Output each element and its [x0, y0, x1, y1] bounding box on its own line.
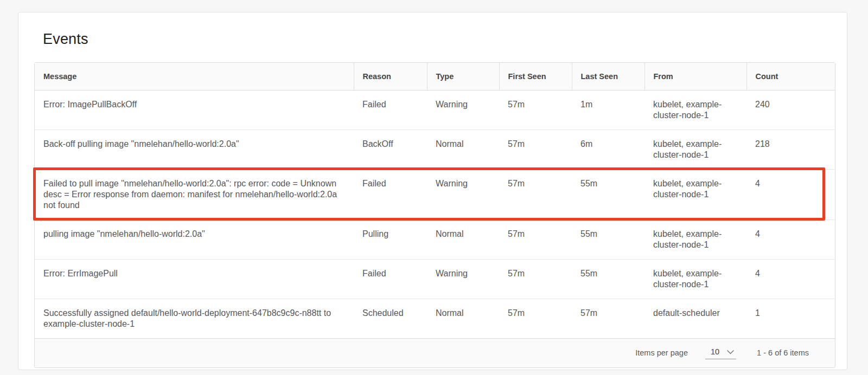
- cell-reason: Failed: [354, 90, 427, 130]
- chevron-down-icon: [727, 350, 734, 354]
- cell-first-seen: 57m: [499, 259, 572, 299]
- cell-reason: BackOff: [354, 130, 427, 169]
- cell-last-seen: 55m: [572, 259, 644, 299]
- cell-message: Error: ErrImagePull: [35, 259, 354, 299]
- column-header-message: Message: [35, 63, 354, 90]
- events-card: Events Message Reason Type First Seen La…: [18, 12, 847, 370]
- cell-last-seen: 6m: [572, 130, 644, 169]
- cell-type: Normal: [427, 219, 499, 259]
- table-header: Message Reason Type First Seen Last Seen…: [35, 63, 835, 90]
- cell-count: 1: [746, 299, 835, 338]
- column-header-count: Count: [746, 63, 835, 90]
- cell-reason: Failed: [354, 259, 427, 299]
- pagination-footer: Items per page 10 1 - 6 of 6 items: [35, 338, 835, 367]
- cell-last-seen: 1m: [572, 90, 644, 130]
- cell-message: Failed to pull image "nmelehan/hello-wor…: [35, 169, 354, 219]
- cell-first-seen: 57m: [499, 219, 572, 259]
- events-table: Message Reason Type First Seen Last Seen…: [35, 63, 835, 338]
- page-title: Events: [34, 31, 833, 48]
- column-header-from: From: [644, 63, 746, 90]
- cell-from: kubelet, example-cluster-node-1: [644, 259, 746, 299]
- cell-first-seen: 57m: [499, 299, 572, 338]
- cell-count: 4: [746, 219, 835, 259]
- cell-message: Successfully assigned default/hello-worl…: [35, 299, 354, 338]
- column-header-first-seen: First Seen: [499, 63, 572, 90]
- items-per-page-value: 10: [711, 347, 719, 356]
- cell-count: 4: [746, 169, 835, 219]
- cell-type: Normal: [427, 130, 499, 169]
- cell-last-seen: 57m: [572, 299, 644, 338]
- cell-message: Back-off pulling image "nmelehan/hello-w…: [35, 130, 354, 169]
- cell-type: Normal: [427, 299, 499, 338]
- cell-type: Warning: [427, 259, 499, 299]
- table-wrapper: Message Reason Type First Seen Last Seen…: [34, 62, 835, 368]
- cell-message: pulling image "nmelehan/hello-world:2.0a…: [35, 219, 354, 259]
- cell-from: kubelet, example-cluster-node-1: [644, 130, 746, 169]
- cell-reason: Failed: [354, 169, 427, 219]
- table-row: Back-off pulling image "nmelehan/hello-w…: [35, 130, 835, 169]
- items-per-page-select[interactable]: 10: [705, 346, 736, 359]
- cell-first-seen: 57m: [499, 130, 572, 169]
- cell-last-seen: 55m: [572, 169, 644, 219]
- column-header-reason: Reason: [354, 63, 427, 90]
- table-row: Successfully assigned default/hello-worl…: [35, 299, 835, 338]
- table-row: pulling image "nmelehan/hello-world:2.0a…: [35, 219, 835, 259]
- cell-reason: Pulling: [354, 219, 427, 259]
- cell-from: kubelet, example-cluster-node-1: [644, 90, 746, 130]
- cell-last-seen: 55m: [572, 219, 644, 259]
- cell-count: 4: [746, 259, 835, 299]
- cell-reason: Scheduled: [354, 299, 427, 338]
- column-header-type: Type: [427, 63, 499, 90]
- table-row: Error: ErrImagePull Failed Warning 57m 5…: [35, 259, 835, 299]
- cell-type: Warning: [427, 90, 499, 130]
- cell-count: 218: [746, 130, 835, 169]
- cell-from: default-scheduler: [644, 299, 746, 338]
- pagination-range: 1 - 6 of 6 items: [757, 348, 809, 357]
- table-row: Failed to pull image "nmelehan/hello-wor…: [35, 169, 835, 219]
- cell-type: Warning: [427, 169, 499, 219]
- cell-count: 240: [746, 90, 835, 130]
- cell-from: kubelet, example-cluster-node-1: [644, 169, 746, 219]
- cell-message: Error: ImagePullBackOff: [35, 90, 354, 130]
- items-per-page-label: Items per page: [635, 348, 688, 357]
- column-header-last-seen: Last Seen: [572, 63, 644, 90]
- table-row: Error: ImagePullBackOff Failed Warning 5…: [35, 90, 835, 130]
- cell-from: kubelet, example-cluster-node-1: [644, 219, 746, 259]
- cell-first-seen: 57m: [499, 169, 572, 219]
- cell-first-seen: 57m: [499, 90, 572, 130]
- table-body: Error: ImagePullBackOff Failed Warning 5…: [35, 90, 835, 338]
